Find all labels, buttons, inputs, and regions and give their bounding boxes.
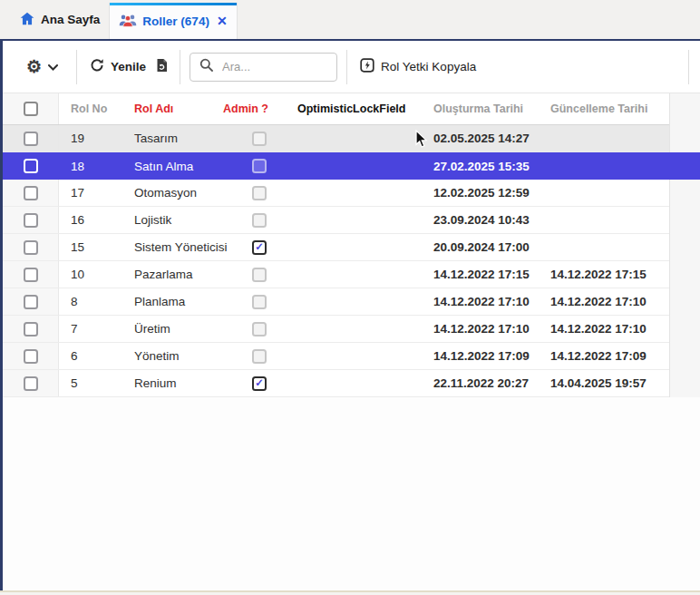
table-row[interactable]: 19Tasarım02.05.2025 14:27	[3, 125, 669, 152]
cell-guncelleme-tarihi: 14.12.2022 17:10	[544, 322, 669, 336]
admin-checkbox[interactable]	[252, 295, 267, 309]
table-row[interactable]: 15Sistem Yöneticisi✓20.09.2024 17:00	[3, 234, 669, 261]
row-select-checkbox[interactable]	[24, 132, 38, 146]
cell-rol-adi: Sistem Yöneticisi	[122, 240, 211, 254]
cell-rol-no: 10	[59, 268, 122, 281]
row-select-checkbox[interactable]	[24, 322, 38, 337]
admin-checkbox[interactable]	[252, 186, 267, 200]
settings-dropdown-button[interactable]: ⚙	[26, 58, 58, 75]
table-row[interactable]: 18Satın Alma27.02.2025 15:35	[3, 152, 700, 180]
row-select-checkbox[interactable]	[24, 159, 38, 173]
copy-button-label: Rol Yetki Kopyala	[381, 60, 476, 73]
admin-checkbox[interactable]	[252, 159, 267, 173]
cell-guncelleme-tarihi: 14.12.2022 17:10	[544, 295, 669, 308]
toolbar-divider	[688, 50, 689, 84]
cell-rol-adi: Planlama	[122, 295, 211, 308]
tab-label: Roller (674)	[142, 15, 209, 28]
table-row[interactable]: 17Otomasyon12.02.2025 12:59	[3, 180, 669, 207]
toolbar-divider	[76, 50, 77, 84]
toolbar-divider	[346, 50, 347, 84]
table-right-gutter	[669, 93, 700, 397]
cell-rol-adi: Üretim	[122, 322, 211, 336]
table-row[interactable]: 6Yönetim14.12.2022 17:0914.12.2022 17:09	[3, 343, 669, 370]
cell-rol-no: 15	[59, 240, 122, 254]
table-row[interactable]: 16Lojistik23.09.2024 10:43	[3, 207, 669, 234]
cell-rol-no: 19	[59, 132, 122, 145]
column-header-rol-no[interactable]: Rol No	[59, 102, 122, 115]
cell-rol-no: 17	[59, 186, 122, 200]
app-window: Ana Sayfa Roller (674) ✕ ⚙	[0, 0, 700, 595]
table-row[interactable]: 7Üretim14.12.2022 17:1014.12.2022 17:10	[3, 316, 669, 343]
admin-checkbox[interactable]	[252, 132, 267, 146]
search-input[interactable]	[220, 59, 324, 74]
home-icon	[20, 12, 34, 28]
chevron-down-icon	[48, 60, 58, 73]
row-select-cell	[3, 343, 59, 369]
cell-rol-adi: Tasarım	[122, 132, 211, 145]
load-layout-button[interactable]	[155, 58, 169, 75]
admin-checkbox[interactable]: ✓	[252, 240, 267, 255]
row-select-checkbox[interactable]	[24, 349, 38, 364]
column-header-olu-turma-tarihi[interactable]: Oluşturma Tarihi	[424, 102, 544, 115]
refresh-icon	[90, 58, 104, 75]
cell-rol-no: 16	[59, 213, 122, 227]
row-select-cell	[3, 207, 59, 233]
cell-rol-no: 5	[59, 376, 122, 390]
row-select-checkbox[interactable]	[24, 376, 38, 391]
gear-icon: ⚙	[26, 58, 42, 75]
cell-rol-adi: Yönetim	[122, 349, 211, 363]
row-select-checkbox[interactable]	[24, 268, 38, 282]
row-select-cell	[3, 261, 59, 288]
row-select-checkbox[interactable]	[24, 186, 38, 200]
bolt-square-icon	[360, 58, 374, 75]
cell-guncelleme-tarihi: 14.12.2022 17:15	[544, 268, 669, 281]
admin-checkbox[interactable]	[252, 268, 267, 282]
admin-checkbox[interactable]	[252, 322, 267, 337]
cell-rol-no: 6	[59, 349, 122, 363]
cell-rol-adi: Renium	[122, 376, 211, 390]
row-select-cell	[3, 316, 59, 342]
table-row[interactable]: 10Pazarlama14.12.2022 17:1514.12.2022 17…	[3, 261, 669, 288]
table-header: Rol NoRol AdıAdmin ?OptimisticLockFieldO…	[3, 93, 669, 125]
search-icon	[199, 58, 213, 75]
admin-checkbox[interactable]: ✓	[252, 376, 267, 391]
refresh-label: Yenile	[111, 60, 146, 73]
toolbar: ⚙ Yenile Ro	[3, 41, 700, 93]
row-select-checkbox[interactable]	[24, 240, 38, 255]
cell-rol-no: 18	[59, 160, 122, 173]
rol-yetki-kopyala-button[interactable]: Rol Yetki Kopyala	[360, 58, 476, 75]
table-body: 19Tasarım02.05.2025 14:2718Satın Alma27.…	[3, 125, 700, 397]
cell-guncelleme-tarihi: 14.04.2025 19:57	[544, 376, 669, 390]
cell-olusturma-tarihi: 20.09.2024 17:00	[424, 240, 544, 254]
close-tab-icon[interactable]: ✕	[217, 14, 228, 28]
row-select-checkbox[interactable]	[24, 295, 38, 309]
admin-checkbox[interactable]	[252, 349, 267, 364]
cell-rol-adi: Otomasyon	[122, 186, 211, 200]
table-row[interactable]: 8Planlama14.12.2022 17:1014.12.2022 17:1…	[3, 288, 669, 316]
column-header-admin[interactable]: Admin ?	[211, 102, 297, 115]
select-all-checkbox[interactable]	[24, 102, 38, 116]
cell-olusturma-tarihi: 14.12.2022 17:10	[424, 322, 544, 336]
cell-olusturma-tarihi: 02.05.2025 14:27	[424, 132, 544, 145]
row-select-cell	[3, 125, 59, 151]
select-all-cell	[3, 93, 59, 124]
cell-olusturma-tarihi: 14.12.2022 17:10	[424, 295, 544, 308]
cell-rol-adi: Lojistik	[122, 213, 211, 227]
refresh-button[interactable]: Yenile	[90, 58, 146, 75]
row-select-cell	[3, 152, 59, 180]
row-select-checkbox[interactable]	[24, 213, 38, 228]
tab-ana-sayfa[interactable]: Ana Sayfa	[7, 0, 112, 39]
cell-olusturma-tarihi: 22.11.2022 20:27	[424, 376, 544, 390]
row-select-cell	[3, 180, 59, 206]
tab-roller[interactable]: Roller (674) ✕	[109, 3, 238, 39]
row-select-cell	[3, 370, 59, 396]
column-header-optimisticlockfield[interactable]: OptimisticLockField	[297, 102, 424, 115]
table-row[interactable]: 5Renium✓22.11.2022 20:2714.04.2025 19:57	[3, 370, 669, 397]
mouse-cursor	[415, 130, 429, 153]
column-header-g-ncelleme-tarihi[interactable]: Güncelleme Tarihi	[544, 102, 669, 115]
cell-rol-no: 7	[59, 322, 122, 336]
column-header-rol-ad[interactable]: Rol Adı	[122, 102, 211, 115]
users-icon	[119, 13, 137, 30]
row-select-cell	[3, 288, 59, 315]
admin-checkbox[interactable]	[252, 213, 267, 228]
